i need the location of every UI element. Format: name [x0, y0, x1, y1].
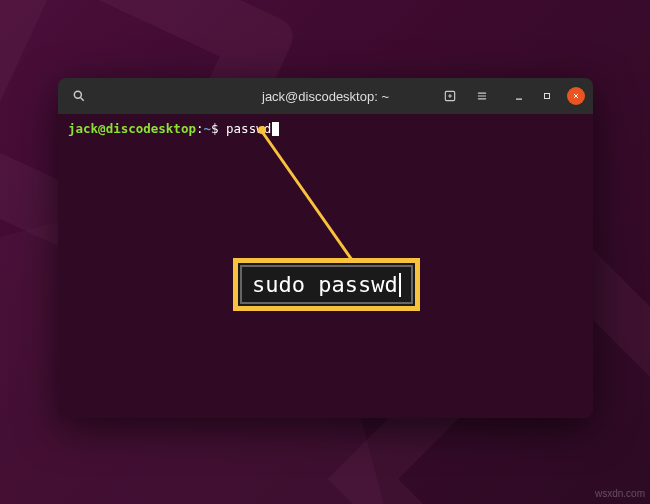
- terminal-window: jack@discodesktop: ~ ja: [58, 78, 593, 418]
- minimize-button[interactable]: [511, 88, 527, 104]
- hamburger-menu-icon[interactable]: [469, 83, 495, 109]
- prompt-symbol: $: [211, 120, 219, 139]
- svg-line-1: [81, 98, 84, 101]
- maximize-button[interactable]: [539, 88, 555, 104]
- watermark: wsxdn.com: [595, 488, 645, 499]
- close-button[interactable]: [567, 87, 585, 105]
- terminal-line: jack@discodesktop:~$ passwd: [68, 120, 583, 139]
- callout-box: sudo passwd: [233, 258, 420, 311]
- search-icon[interactable]: [66, 83, 92, 109]
- prompt-path: ~: [203, 120, 211, 139]
- svg-point-0: [74, 91, 81, 98]
- terminal-body[interactable]: jack@discodesktop:~$ passwd: [58, 114, 593, 145]
- prompt-separator: :: [196, 120, 204, 139]
- cursor-icon: [272, 122, 279, 136]
- callout-anchor-dot: [258, 126, 266, 134]
- svg-rect-9: [545, 94, 550, 99]
- callout-cursor-icon: [399, 273, 401, 297]
- window-titlebar[interactable]: jack@discodesktop: ~: [58, 78, 593, 114]
- new-tab-icon[interactable]: [437, 83, 463, 109]
- prompt-user-host: jack@discodesktop: [68, 120, 196, 139]
- window-title: jack@discodesktop: ~: [262, 89, 389, 104]
- callout-text: sudo passwd: [252, 272, 398, 297]
